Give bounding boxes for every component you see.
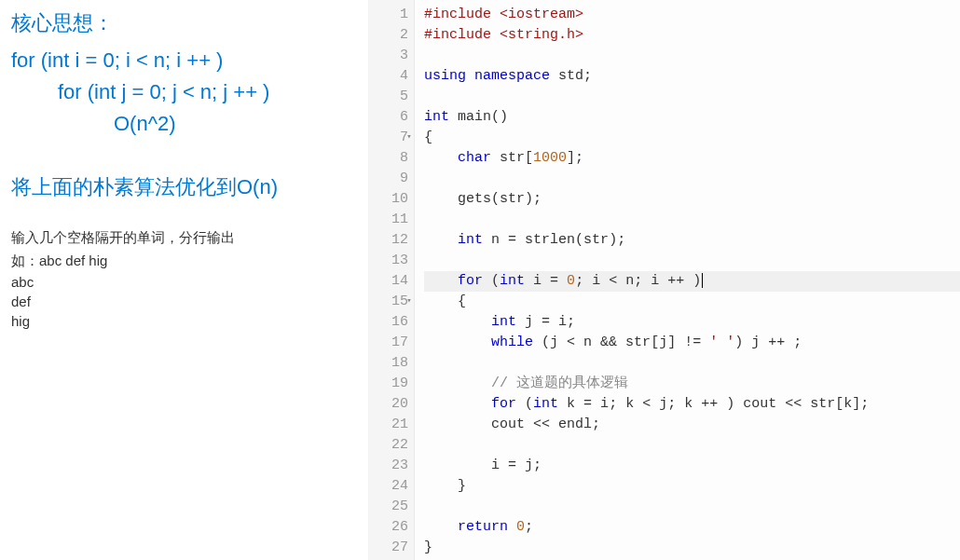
code-editor[interactable]: 1234567▾89101112131415▾16171819202122232… bbox=[368, 0, 960, 560]
code-line-10[interactable]: gets(str); bbox=[424, 189, 960, 210]
code-line-1[interactable]: #include <iostream> bbox=[424, 5, 960, 25]
code-line-26[interactable]: return 0; bbox=[424, 517, 960, 538]
code-line-25[interactable] bbox=[424, 497, 960, 517]
code-line-23[interactable]: i = j; bbox=[424, 456, 960, 476]
description: 输入几个空格隔开的单词，分行输出 bbox=[11, 229, 357, 247]
code-line-20[interactable]: for (int k = i; k < j; k ++ ) cout << st… bbox=[424, 394, 960, 415]
line-number: 25 bbox=[368, 497, 408, 517]
code-line-11[interactable] bbox=[424, 210, 960, 230]
example-output-1: abc bbox=[11, 274, 357, 290]
text-cursor bbox=[702, 273, 703, 288]
code-line-7[interactable]: { bbox=[424, 128, 960, 148]
core-title: 核心思想： bbox=[11, 9, 357, 37]
notes-panel: 核心思想： for (int i = 0; i < n; i ++ ) for … bbox=[0, 0, 368, 560]
line-number: 9 bbox=[368, 169, 408, 189]
optimize-line: 将上面的朴素算法优化到O(n) bbox=[11, 173, 357, 201]
line-number: 11 bbox=[368, 210, 408, 230]
code-body[interactable]: #include <iostream> #include <string.h> … bbox=[415, 0, 960, 560]
line-number-gutter: 1234567▾89101112131415▾16171819202122232… bbox=[368, 0, 415, 560]
line-number: 6 bbox=[368, 107, 408, 128]
code-line-19[interactable]: // 这道题的具体逻辑 bbox=[424, 374, 960, 394]
line-number: 20 bbox=[368, 394, 408, 415]
line-number: 3 bbox=[368, 46, 408, 66]
code-line-5[interactable] bbox=[424, 87, 960, 107]
line-number: 5 bbox=[368, 87, 408, 107]
line-number: 26 bbox=[368, 517, 408, 538]
line-number: 10 bbox=[368, 189, 408, 210]
line-number: 4 bbox=[368, 66, 408, 87]
line-number: 23 bbox=[368, 456, 408, 476]
code-line-21[interactable]: cout << endl; bbox=[424, 415, 960, 435]
line-number: 21 bbox=[368, 415, 408, 435]
code-line-9[interactable] bbox=[424, 169, 960, 189]
code-line-16[interactable]: int j = i; bbox=[424, 312, 960, 333]
line-number: 1 bbox=[368, 5, 408, 25]
code-line-2[interactable]: #include <string.h> bbox=[424, 25, 960, 46]
line-number: 24 bbox=[368, 476, 408, 497]
fold-marker-icon[interactable]: ▾ bbox=[404, 131, 415, 143]
fold-marker-icon[interactable]: ▾ bbox=[404, 295, 415, 307]
line-number: 8 bbox=[368, 148, 408, 169]
code-line-3[interactable] bbox=[424, 46, 960, 66]
example-input: 如：abc def hig bbox=[11, 253, 357, 270]
line-number: 7▾ bbox=[368, 128, 408, 148]
line-number: 12 bbox=[368, 230, 408, 251]
code-line-13[interactable] bbox=[424, 251, 960, 271]
core-line1: for (int i = 0; i < n; i ++ ) bbox=[11, 48, 357, 73]
code-line-12[interactable]: int n = strlen(str); bbox=[424, 230, 960, 251]
example-output-3: hig bbox=[11, 313, 357, 329]
line-number: 14 bbox=[368, 271, 408, 292]
code-line-18[interactable] bbox=[424, 353, 960, 374]
code-line-17[interactable]: while (j < n && str[j] != ' ') j ++ ; bbox=[424, 333, 960, 353]
line-number: 22 bbox=[368, 435, 408, 456]
line-number: 2 bbox=[368, 25, 408, 46]
line-number: 15▾ bbox=[368, 292, 408, 312]
code-line-8[interactable]: char str[1000]; bbox=[424, 148, 960, 169]
code-line-22[interactable] bbox=[424, 435, 960, 456]
line-number: 27 bbox=[368, 538, 408, 558]
code-line-24[interactable]: } bbox=[424, 476, 960, 497]
code-line-14[interactable]: for (int i = 0; i < n; i ++ ) bbox=[424, 271, 960, 292]
line-number: 16 bbox=[368, 312, 408, 333]
line-number: 18 bbox=[368, 353, 408, 374]
line-number: 13 bbox=[368, 251, 408, 271]
core-line2: for (int j = 0; j < n; j ++ ) bbox=[11, 80, 357, 104]
core-line3: O(n^2) bbox=[11, 112, 357, 136]
line-number: 19 bbox=[368, 374, 408, 394]
code-line-6[interactable]: int main() bbox=[424, 107, 960, 128]
code-line-15[interactable]: { bbox=[424, 292, 960, 312]
line-number: 17 bbox=[368, 333, 408, 353]
example-output-2: def bbox=[11, 294, 357, 309]
code-line-27[interactable]: } bbox=[424, 538, 960, 558]
code-line-4[interactable]: using namespace std; bbox=[424, 66, 960, 87]
